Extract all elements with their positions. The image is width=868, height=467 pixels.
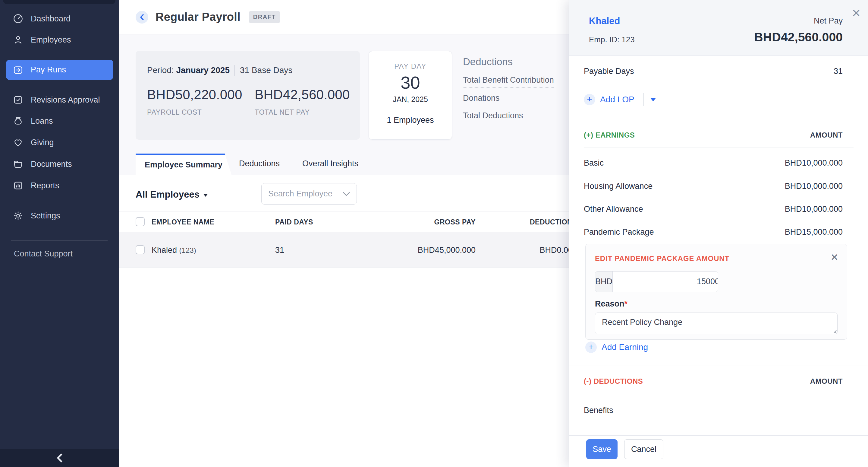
- period-value: January 2025: [176, 65, 230, 75]
- reason-textarea[interactable]: Recent Policy Change: [595, 313, 838, 334]
- sidebar-item-label: Loans: [31, 116, 53, 126]
- save-button[interactable]: Save: [586, 439, 618, 459]
- gross-pay-cell: BHD45,000.000: [375, 232, 475, 268]
- sidebar-item-label: Reports: [31, 181, 59, 191]
- payable-days-value: 31: [834, 67, 843, 76]
- select-all-checkbox[interactable]: [135, 217, 145, 226]
- pay-day-card: PAY DAY 30 JAN, 2025 1 Employees: [369, 51, 452, 140]
- page-title: Regular Payroll: [156, 10, 241, 24]
- add-earning-button[interactable]: + Add Earning: [585, 342, 648, 353]
- panel-header: Khaled Net Pay Emp. ID: 123 BHD42,560.00…: [569, 0, 868, 56]
- employee-name: Khaled: [152, 245, 177, 255]
- earning-row-other: Other Allowance BHD10,000.000: [584, 201, 843, 217]
- reports-icon: [13, 180, 24, 191]
- plus-icon: +: [584, 94, 595, 105]
- edit-form-title: EDIT PANDEMIC PACKAGE AMOUNT: [595, 254, 730, 263]
- sidebar-item-dashboard[interactable]: Dashboard: [0, 8, 119, 29]
- add-earning-label: Add Earning: [601, 342, 648, 352]
- earning-row-housing: Housing Allowance BHD10,000.000: [584, 178, 843, 195]
- payable-days-label: Payable Days: [584, 67, 634, 76]
- collapse-chevron-icon: [56, 454, 64, 463]
- sidebar-divider: [11, 240, 107, 241]
- giving-icon: [13, 137, 24, 148]
- panel-employee-id: Emp. ID: 123: [589, 35, 635, 45]
- search-employee-select[interactable]: Search Employee: [261, 183, 357, 205]
- sidebar-item-label: Pay Runs: [31, 65, 66, 75]
- employees-icon: [13, 34, 24, 45]
- sidebar-item-label: Employees: [31, 35, 71, 45]
- sidebar-item-pay-runs[interactable]: Pay Runs: [6, 60, 113, 80]
- sidebar-item-employees[interactable]: Employees: [0, 29, 119, 50]
- column-gross-pay: GROSS PAY: [375, 211, 475, 233]
- all-employees-filter[interactable]: All Employees: [135, 189, 208, 200]
- add-lop-separator: [644, 93, 644, 106]
- employee-id: (123): [179, 246, 196, 254]
- base-days: 31 Base Days: [240, 65, 292, 75]
- payroll-summary-card: Period: January 2025 31 Base Days BHD50,…: [135, 51, 360, 140]
- tab-deductions[interactable]: Deductions: [239, 153, 280, 175]
- cancel-button[interactable]: Cancel: [624, 439, 663, 459]
- earning-label: Basic: [584, 158, 604, 168]
- paid-days-cell: 31: [275, 232, 284, 268]
- earning-label: Other Allowance: [584, 205, 643, 214]
- back-button[interactable]: [135, 11, 148, 24]
- amount-header: AMOUNT: [810, 131, 843, 139]
- sidebar-logo-strip: [3, 0, 116, 4]
- earning-amount: BHD15,000.000: [785, 228, 843, 237]
- add-lop-dropdown-icon[interactable]: [650, 98, 656, 101]
- reason-label-text: Reason: [595, 299, 624, 308]
- column-paid-days: PAID DAYS: [275, 211, 313, 233]
- contact-support-link[interactable]: Contact Support: [14, 249, 73, 259]
- period-separator: [235, 65, 235, 76]
- pay-day-month-year: JAN, 2025: [369, 95, 452, 104]
- tab-employee-summary[interactable]: Employee Summary: [135, 153, 231, 175]
- row-checkbox[interactable]: [135, 245, 145, 254]
- net-pay-value: BHD42,560.000: [754, 30, 843, 45]
- panel-employee-name-link[interactable]: Khaled: [589, 16, 620, 27]
- sidebar-item-revisions-approval[interactable]: Revisions Approval: [0, 89, 119, 110]
- earning-amount: BHD10,000.000: [785, 158, 843, 168]
- panel-close-icon[interactable]: ✕: [852, 8, 861, 19]
- sidebar-item-loans[interactable]: Loans: [0, 110, 119, 132]
- edit-form-close-icon[interactable]: ✕: [830, 253, 838, 262]
- earning-row-basic: Basic BHD10,000.000: [584, 154, 843, 171]
- employee-detail-panel: Khaled Net Pay Emp. ID: 123 BHD42,560.00…: [569, 0, 868, 467]
- sidebar-item-giving[interactable]: Giving: [0, 132, 119, 153]
- sidebar-item-label: Settings: [31, 211, 60, 221]
- deduction-row-benefits: Benefits: [584, 402, 843, 419]
- earning-label: Housing Allowance: [584, 182, 652, 191]
- employee-count: 1 Employees: [369, 116, 452, 125]
- sidebar-collapse-button[interactable]: [0, 449, 119, 467]
- pay-day-number: 30: [369, 72, 452, 93]
- donations: Donations: [463, 93, 500, 103]
- panel-footer: Save Cancel: [569, 435, 868, 467]
- chevron-down-icon: [203, 194, 208, 197]
- status-badge: DRAFT: [249, 11, 280, 23]
- total-benefit-contribution[interactable]: Total Benefit Contribution: [463, 76, 554, 87]
- column-deductions: DEDUCTIONS: [475, 211, 577, 233]
- sidebar-item-label: Giving: [31, 138, 54, 147]
- earnings-header: (+) EARNINGS: [584, 131, 635, 139]
- tab-overall-insights[interactable]: Overall Insights: [302, 153, 358, 175]
- required-asterisk: *: [624, 299, 628, 308]
- earning-label: Pandemic Package: [584, 228, 654, 237]
- add-lop-button[interactable]: + Add LOP: [584, 93, 656, 106]
- section-divider: [569, 366, 868, 366]
- chevron-down-icon: [343, 192, 350, 196]
- sidebar-item-settings[interactable]: Settings: [0, 205, 119, 226]
- deductions-summary: Deductions Total Benefit Contribution Do…: [463, 56, 554, 128]
- sidebar-item-reports[interactable]: Reports: [0, 175, 119, 196]
- total-net-pay-label: TOTAL NET PAY: [255, 108, 310, 116]
- amount-header: AMOUNT: [810, 377, 843, 385]
- sidebar: Dashboard Employees Pay Runs Revisions A…: [0, 0, 119, 467]
- earning-row-pandemic: Pandemic Package BHD15,000.000: [584, 224, 843, 240]
- sidebar-item-documents[interactable]: Documents: [0, 153, 119, 175]
- period-row: Period: January 2025 31 Base Days: [147, 65, 292, 76]
- employee-name-cell[interactable]: Khaled (123): [152, 232, 196, 268]
- total-deductions: Total Deductions: [463, 111, 523, 120]
- amount-input-group: BHD: [595, 271, 718, 292]
- all-employees-label: All Employees: [135, 189, 199, 200]
- add-lop-label: Add LOP: [600, 95, 634, 105]
- earning-amount: BHD10,000.000: [785, 182, 843, 191]
- amount-input[interactable]: [613, 271, 718, 292]
